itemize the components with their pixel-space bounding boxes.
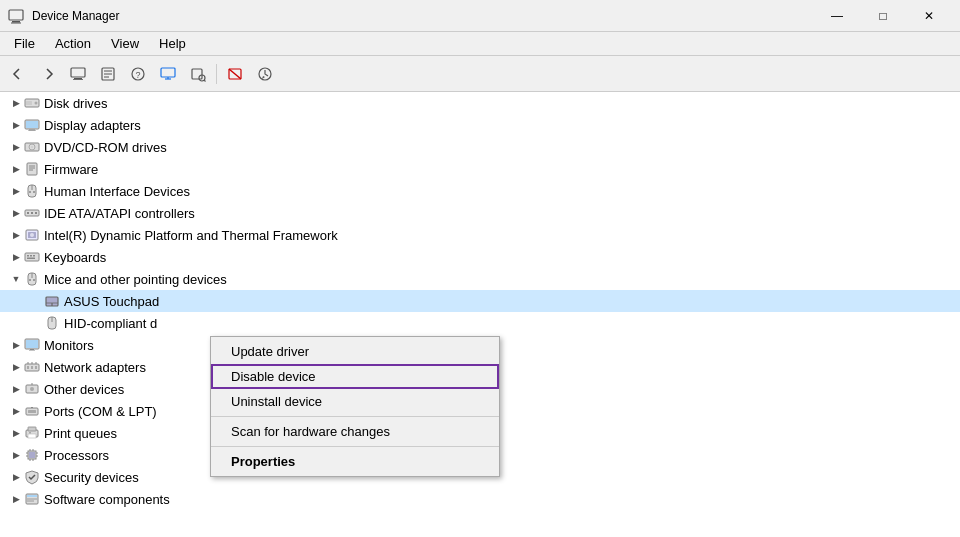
main-content: ▶ Disk drives ▶ Display adapters ▶ (0, 92, 960, 537)
intel-icon (24, 227, 40, 243)
tree-item-dvd[interactable]: ▶ DVD/CD-ROM drives (0, 136, 960, 158)
svg-rect-50 (27, 258, 35, 260)
disable-button[interactable] (221, 60, 249, 88)
tree-item-asus-touchpad[interactable]: ASUS Touchpad (0, 290, 960, 312)
expander-firmware: ▶ (8, 161, 24, 177)
monitors-icon (24, 337, 40, 353)
display-button[interactable] (154, 60, 182, 88)
security-devices-icon (24, 469, 40, 485)
maximize-button[interactable]: □ (860, 0, 906, 32)
tree-item-ide[interactable]: ▶ IDE ATA/ATAPI controllers (0, 202, 960, 224)
menu-help[interactable]: Help (149, 34, 196, 53)
context-menu-disable-device[interactable]: Disable device (211, 364, 499, 389)
app-icon (8, 8, 24, 24)
svg-point-54 (33, 279, 35, 281)
svg-rect-63 (29, 350, 35, 351)
svg-rect-66 (31, 366, 33, 369)
expander-intel: ▶ (8, 227, 24, 243)
svg-rect-3 (71, 68, 85, 77)
svg-text:?: ? (135, 70, 140, 80)
svg-rect-67 (35, 366, 37, 369)
computer-button[interactable] (64, 60, 92, 88)
context-menu-separator-1 (211, 416, 499, 417)
tree-item-software-components[interactable]: ▶ Software components (0, 488, 960, 510)
svg-rect-65 (27, 366, 29, 369)
update-button[interactable] (251, 60, 279, 88)
context-menu-properties[interactable]: Properties (211, 449, 499, 474)
svg-rect-62 (30, 349, 34, 350)
tree-item-hid[interactable]: ▶ Human Interface Devices (0, 180, 960, 202)
context-menu-update-driver[interactable]: Update driver (211, 339, 499, 364)
svg-rect-27 (28, 131, 36, 132)
menu-action[interactable]: Action (45, 34, 101, 53)
scan-button[interactable] (184, 60, 212, 88)
tree-item-display-adapters[interactable]: ▶ Display adapters (0, 114, 960, 136)
print-queues-label: Print queues (44, 426, 117, 441)
svg-rect-92 (27, 495, 37, 497)
context-menu-uninstall-device[interactable]: Uninstall device (211, 389, 499, 414)
dvd-icon (24, 139, 40, 155)
menu-bar: File Action View Help (0, 32, 960, 56)
network-adapters-icon (24, 359, 40, 375)
network-adapters-label: Network adapters (44, 360, 146, 375)
asus-touchpad-label: ASUS Touchpad (64, 294, 159, 309)
forward-button[interactable] (34, 60, 62, 88)
back-button[interactable] (4, 60, 32, 88)
svg-rect-5 (73, 79, 83, 80)
hid-compliant-icon (44, 315, 60, 331)
svg-point-30 (31, 146, 33, 148)
context-menu: Update driver Disable device Uninstall d… (210, 336, 500, 477)
expander-other-devices: ▶ (8, 381, 24, 397)
ide-icon (24, 205, 40, 221)
close-button[interactable]: ✕ (906, 0, 952, 32)
tree-item-disk-drives[interactable]: ▶ Disk drives (0, 92, 960, 114)
svg-line-19 (229, 69, 241, 79)
other-devices-icon (24, 381, 40, 397)
tree-item-keyboards[interactable]: ▶ Keyboards (0, 246, 960, 268)
expander-print-queues: ▶ (8, 425, 24, 441)
svg-point-45 (30, 233, 34, 237)
tree-item-firmware[interactable]: ▶ Firmware (0, 158, 960, 180)
tree-item-hid-compliant[interactable]: HID-compliant d (0, 312, 960, 334)
help-button[interactable]: ? (124, 60, 152, 88)
firmware-icon (24, 161, 40, 177)
menu-file[interactable]: File (4, 34, 45, 53)
tree-item-mice[interactable]: ▼ Mice and other pointing devices (0, 268, 960, 290)
expander-disk-drives: ▶ (8, 95, 24, 111)
context-menu-scan-hardware[interactable]: Scan for hardware changes (211, 419, 499, 444)
properties-button[interactable] (94, 60, 122, 88)
svg-rect-47 (27, 255, 29, 257)
keyboards-icon (24, 249, 40, 265)
tree-item-intel[interactable]: ▶ Intel(R) Dynamic Platform and Thermal … (0, 224, 960, 246)
keyboards-label: Keyboards (44, 250, 106, 265)
disk-drives-icon (24, 95, 40, 111)
expander-software-components: ▶ (8, 491, 24, 507)
intel-label: Intel(R) Dynamic Platform and Thermal Fr… (44, 228, 338, 243)
toolbar: ? (0, 56, 960, 92)
window-controls: — □ ✕ (814, 0, 952, 32)
expander-network-adapters: ▶ (8, 359, 24, 375)
asus-touchpad-icon (44, 293, 60, 309)
window-title: Device Manager (32, 9, 814, 23)
display-adapters-icon (24, 117, 40, 133)
processors-label: Processors (44, 448, 109, 463)
mice-icon (24, 271, 40, 287)
firmware-label: Firmware (44, 162, 98, 177)
svg-rect-61 (26, 340, 38, 348)
expander-security-devices: ▶ (8, 469, 24, 485)
svg-rect-46 (25, 253, 39, 261)
expander-monitors: ▶ (8, 337, 24, 353)
expander-ports: ▶ (8, 403, 24, 419)
display-adapters-label: Display adapters (44, 118, 141, 133)
svg-point-53 (29, 279, 31, 281)
ports-icon (24, 403, 40, 419)
svg-point-38 (33, 191, 35, 193)
svg-rect-40 (27, 212, 29, 214)
svg-rect-82 (29, 452, 35, 458)
context-menu-separator-2 (211, 446, 499, 447)
menu-view[interactable]: View (101, 34, 149, 53)
expander-dvd: ▶ (8, 139, 24, 155)
svg-rect-0 (9, 10, 23, 20)
software-components-label: Software components (44, 492, 170, 507)
minimize-button[interactable]: — (814, 0, 860, 32)
